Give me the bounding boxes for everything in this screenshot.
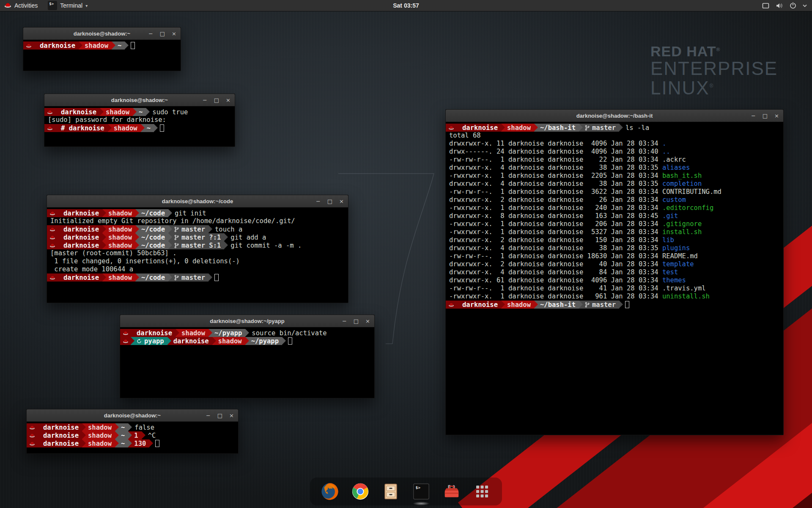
maximize-button[interactable]: □ — [160, 31, 165, 36]
powerline-segment-dir: ~/code — [135, 233, 168, 241]
window-controls: −□× — [206, 413, 238, 418]
terminal-screen[interactable]: darknoiseshadow~sudo true[sudo] password… — [44, 106, 235, 149]
powerline-segment-venv: pyapp — [131, 337, 167, 345]
filename-dir: themes — [662, 276, 686, 284]
maximize-button[interactable]: □ — [217, 413, 222, 418]
maximize-button[interactable]: □ — [214, 97, 219, 103]
output-text: drwx------. 24 darknoise darknoise 4096 … — [449, 148, 662, 155]
output-text: [master (root-commit) 50bcb63] . — [50, 249, 177, 257]
close-button[interactable]: × — [365, 318, 370, 324]
terminal-cursor — [288, 337, 292, 345]
window-controls: −□× — [342, 318, 374, 324]
powerline-segment-user: darknoise — [58, 241, 102, 249]
minimize-button[interactable]: − — [206, 413, 211, 418]
file-cabinet-dock-icon[interactable] — [380, 481, 401, 502]
maximize-button[interactable]: □ — [327, 199, 332, 204]
terminal-screen[interactable]: darknoiseshadow~/codegit initInitialized… — [47, 207, 348, 305]
close-button[interactable]: × — [229, 413, 234, 418]
activities-button[interactable]: Activities — [0, 0, 44, 11]
window-titlebar[interactable]: darknoise@shadow:~−□× — [27, 409, 238, 422]
terminal-window: darknoise@shadow:~/bash-it−□×darknoisesh… — [445, 109, 784, 435]
app-grid-dock-icon[interactable] — [472, 481, 493, 502]
close-button[interactable]: × — [172, 31, 176, 36]
output-line: Initialized empty Git repository in /hom… — [47, 217, 348, 225]
volume-icon — [776, 3, 783, 9]
output-line: [sudo] password for darknoise: — [44, 116, 235, 124]
powerline-segment-user: # darknoise — [55, 124, 108, 132]
output-text: -rwxrwxr-x. 1 darknoise darknoise 206 Ja… — [449, 220, 662, 228]
filename-dir: . — [662, 140, 666, 147]
powerline-segment-host: shadow — [100, 108, 133, 116]
powerline-segment-user: darknoise — [34, 41, 79, 50]
close-button[interactable]: × — [774, 113, 779, 119]
close-button[interactable]: × — [339, 199, 344, 204]
minimize-button[interactable]: − — [316, 199, 321, 204]
powerline-segment-host: shadow — [102, 225, 135, 233]
toolbox-dock-icon[interactable] — [441, 481, 462, 502]
powerline-segment-host: shadow — [79, 41, 112, 50]
prompt-line: darknoiseshadow~/codemaster ?:1git add a — [47, 233, 348, 241]
terminal-dock-icon[interactable]: $> — [411, 481, 432, 502]
window-controls: −□× — [203, 97, 235, 103]
close-button[interactable]: × — [226, 97, 230, 103]
maximize-button[interactable]: □ — [763, 113, 768, 119]
output-line: -rw-rw-r--. 1 darknoise darknoise 41 Jan… — [446, 284, 783, 293]
redhat-prompt-icon — [120, 337, 131, 345]
output-text: Initialized empty Git repository in /hom… — [50, 217, 295, 225]
redhat-prompt-icon — [47, 225, 58, 233]
output-text: drwxrwxr-x. 4 darknoise darknoise 38 Jan… — [449, 244, 662, 252]
maximize-button[interactable]: □ — [354, 318, 359, 324]
minimize-button[interactable]: − — [148, 31, 153, 36]
terminal-screen[interactable]: darknoiseshadow~falsedarknoiseshadow~1^C… — [27, 422, 238, 456]
prompt-line: darknoiseshadow~/codemastertouch a — [47, 225, 348, 233]
chrome-dock-icon[interactable] — [350, 481, 371, 502]
output-line: drwxrwxr-x. 4 darknoise darknoise 38 Jan… — [446, 244, 783, 252]
output-text: drwxrwxr-x. 2 darknoise darknoise 150 Ja… — [449, 236, 662, 244]
clock-label[interactable]: Sat 03:57 — [0, 2, 812, 9]
powerline-segment-host: shadow — [82, 431, 115, 439]
command-text: touch a — [215, 226, 242, 233]
terminal-screen[interactable]: darknoiseshadow~/bash-itmasterls -latota… — [446, 122, 783, 437]
terminal-window: darknoise@shadow:~−□×darknoiseshadow~fal… — [26, 409, 239, 454]
powerline-segment-user: darknoise — [131, 329, 176, 337]
powerline-segment-git: master ?:1 — [168, 233, 224, 241]
output-line: drwxrwxr-x. 11 darknoise darknoise 4096 … — [446, 140, 783, 148]
terminal-screen[interactable]: darknoiseshadow~ — [23, 40, 181, 73]
command-text: ^C — [148, 432, 156, 439]
terminal-screen[interactable]: darknoiseshadow~/pyappsource bin/activat… — [120, 327, 374, 400]
powerline-segment-user: darknoise — [58, 225, 102, 233]
powerline-segment-host: shadow — [176, 329, 208, 337]
powerline-segment-user: darknoise — [37, 431, 82, 439]
filename-dir: lib — [662, 236, 674, 244]
prompt-line: darknoiseshadow~/codemaster S:1git commi… — [47, 241, 348, 249]
window-titlebar[interactable]: darknoise@shadow:~−□× — [44, 94, 235, 106]
window-titlebar[interactable]: darknoise@shadow:~−□× — [23, 28, 181, 40]
minimize-button[interactable]: − — [203, 97, 207, 103]
window-titlebar[interactable]: darknoise@shadow:~/bash-it−□× — [446, 110, 783, 122]
powerline-segment-host: shadow — [102, 241, 135, 249]
git-branch-icon — [174, 275, 179, 281]
output-text: -rw-rw-r--. 1 darknoise darknoise 41 Jan… — [449, 284, 662, 292]
output-text: drwxrwxr-x. 4 darknoise darknoise 84 Jan… — [449, 268, 662, 276]
window-title: darknoise@shadow:~/pyapp — [120, 318, 374, 324]
filename-exec: install.sh — [662, 228, 702, 236]
prompt-line: darknoiseshadow~/bash-itmasterls -la — [446, 124, 783, 132]
window-titlebar[interactable]: darknoise@shadow:~/code−□× — [47, 195, 348, 207]
redhat-prompt-icon — [27, 423, 37, 431]
powerline-segment-dir: ~/code — [135, 241, 168, 249]
window-titlebar[interactable]: darknoise@shadow:~/pyapp−□× — [120, 315, 374, 327]
powerline-segment-git: master — [579, 301, 619, 309]
output-text: drwxrwxr-x. 2 darknoise darknoise 26 Jan… — [449, 196, 662, 204]
minimize-button[interactable]: − — [342, 318, 347, 324]
prompt-line: darknoiseshadow~/pyappsource bin/activat… — [120, 329, 374, 337]
git-branch-icon — [174, 243, 179, 248]
system-status-area[interactable] — [762, 0, 812, 11]
minimize-button[interactable]: − — [751, 113, 756, 119]
firefox-dock-icon[interactable] — [319, 481, 340, 502]
output-text: -rwxrwxr-x. 1 darknoise darknoise 2205 J… — [449, 172, 662, 179]
app-menu-button[interactable]: $> Terminal ▾ — [44, 0, 92, 11]
powerline-segment-user: darknoise — [58, 273, 102, 282]
output-line: drwxrwxr-x. 4 darknoise darknoise 84 Jan… — [446, 268, 783, 276]
output-text: -rwxrwxr-x. 1 darknoise darknoise 961 Ja… — [449, 293, 662, 300]
output-line: -rw-rw-r--. 1 darknoise darknoise 3622 J… — [446, 188, 783, 196]
